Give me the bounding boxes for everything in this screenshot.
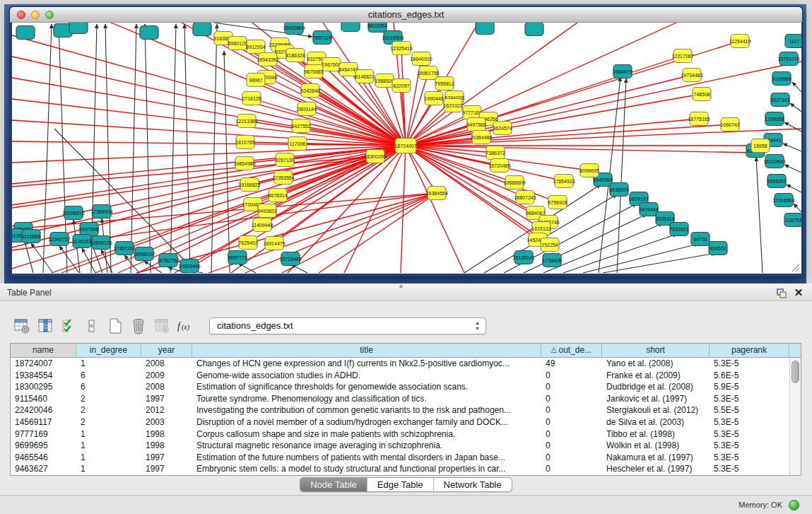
yellow-node[interactable]: 1588520	[375, 74, 394, 88]
cell-in-degree[interactable]: 2	[76, 416, 141, 428]
yellow-node[interactable]: 8960128	[228, 37, 247, 50]
teal-node[interactable]: 8938924	[609, 183, 628, 197]
cell-title[interactable]: Investigating the contribution of common…	[192, 404, 541, 416]
teal-node[interactable]: 15716485	[279, 252, 301, 266]
cell-in-degree[interactable]: 1	[76, 428, 141, 440]
yellow-node[interactable]: 2803144	[297, 103, 316, 116]
cell-short[interactable]: Dudbridge et al. (2008)	[602, 381, 710, 393]
cell-year[interactable]: 1997	[141, 393, 192, 405]
yellow-node[interactable]: 9267130	[275, 153, 294, 167]
teal-node[interactable]: 1117	[785, 35, 801, 48]
teal-node[interactable]: 7632621	[669, 223, 688, 236]
cell-in-degree[interactable]: 2	[76, 404, 141, 416]
trash-button[interactable]	[129, 317, 148, 335]
network-window[interactable]: citations_edges.txt 20206576173599341350…	[9, 6, 803, 277]
yellow-node[interactable]: 16914479	[263, 237, 285, 250]
cell-year[interactable]: 1998	[141, 440, 192, 452]
cell-title[interactable]: Estimation of the future numbers of pati…	[192, 452, 541, 464]
teal-node[interactable]: 9129966	[772, 72, 791, 86]
cell-title[interactable]: Structural magnetic resonance image aver…	[192, 440, 541, 452]
column-header-pagerank[interactable]: pagerank	[710, 344, 789, 357]
tab-node-table[interactable]: Node Table	[300, 478, 367, 491]
cell-pagerank[interactable]: 5.3E-5	[710, 463, 789, 475]
yellow-node[interactable]: 18300295	[364, 150, 386, 163]
teal-node[interactable]: 1733426	[542, 254, 561, 267]
table-disabled-button[interactable]	[153, 317, 171, 335]
cell-short[interactable]: Tibbo et al. (1998)	[602, 428, 710, 440]
yellow-node[interactable]: 1990448	[424, 92, 443, 105]
teal-node[interactable]: 1145193	[73, 235, 92, 248]
cell-out-de-[interactable]: 49	[541, 358, 602, 370]
cell-short[interactable]: Nakamura et al. (1997)	[602, 452, 710, 464]
cell-name[interactable]: 14569117	[11, 416, 76, 428]
teal-node[interactable]: 1115686	[22, 230, 40, 243]
yellow-node[interactable]: 15720485	[488, 159, 510, 173]
cell-name[interactable]: 18300295	[11, 381, 76, 393]
cell-year[interactable]: 1997	[141, 463, 192, 475]
teal-node[interactable]: 15751074	[777, 52, 799, 66]
cell-pagerank[interactable]: 5.3E-5	[710, 452, 789, 464]
cell-short[interactable]: Stergiakouli et al. (2012)	[602, 404, 710, 416]
yellow-node[interactable]: 15958	[751, 139, 770, 153]
cell-year[interactable]: 2003	[141, 416, 192, 428]
network-canvas[interactable]: 2020657617359934135051391591115686123427…	[12, 23, 801, 274]
yellow-node[interactable]: 748508	[693, 88, 711, 101]
teal-node[interactable]: 1664879	[613, 65, 632, 78]
table-row[interactable]: 1830029562008Estimation of significance …	[11, 381, 789, 393]
teal-node[interactable]: 8813054	[367, 23, 387, 33]
yellow-node[interactable]: 12217087	[671, 49, 693, 63]
teal-node[interactable]: 16782759	[157, 254, 179, 267]
cell-name[interactable]: 22420046	[11, 404, 76, 416]
cell-name[interactable]: 9777169	[11, 428, 76, 440]
teal-node[interactable]: 7857224	[312, 31, 331, 45]
column-header-out-de-[interactable]: △out_de...	[541, 344, 602, 357]
function-button[interactable]: f(x)	[176, 317, 194, 335]
stacked-cells-button[interactable]	[83, 317, 101, 335]
cell-out-de-[interactable]: 0	[541, 452, 602, 464]
yellow-node[interactable]: 1060742	[720, 118, 739, 132]
yellow-node[interactable]: 10688609	[503, 176, 525, 189]
table-row[interactable]: 969969511998Structural magnetic resonanc…	[11, 440, 789, 452]
column-header-name[interactable]: name	[11, 344, 76, 357]
cell-title[interactable]: Changes of HCN gene expression and I(f) …	[192, 358, 541, 370]
table-row[interactable]: 946554611997Estimation of the future num…	[11, 452, 789, 464]
teal-node[interactable]: 1593297	[767, 175, 786, 188]
network-window-titlebar[interactable]: citations_edges.txt	[10, 7, 802, 23]
teal-node[interactable]	[69, 23, 88, 34]
cell-out-de-[interactable]: 0	[541, 428, 602, 440]
yellow-node[interactable]: 18807243	[514, 191, 536, 204]
teal-node[interactable]	[140, 26, 158, 40]
cell-in-degree[interactable]: 1	[76, 358, 141, 370]
table-gear-button[interactable]	[13, 317, 31, 335]
cell-short[interactable]: Jankovic et al. (1997)	[602, 393, 710, 405]
yellow-node[interactable]: 7955812	[435, 77, 454, 90]
table-row[interactable]: 1872400712008Changes of HCN gene express…	[11, 358, 789, 370]
yellow-node[interactable]: 18775165	[688, 112, 710, 126]
cell-pagerank[interactable]: 5.5E-5	[710, 404, 789, 416]
cell-out-de-[interactable]: 0	[541, 440, 602, 452]
yellow-node[interactable]: 7625402	[238, 236, 257, 250]
cell-title[interactable]: Genome-wide association studies in ADHD.	[192, 370, 541, 382]
cell-name[interactable]: 9465546	[11, 452, 76, 464]
yellow-node[interactable]: 8912934	[246, 40, 265, 54]
yellow-node[interactable]: 11409948	[252, 218, 273, 232]
cell-title[interactable]: Estimation of significance thresholds fo…	[192, 381, 541, 393]
teal-node[interactable]: 1209358	[765, 112, 784, 126]
yellow-node[interactable]: 822057	[392, 79, 411, 93]
cell-year[interactable]: 1997	[141, 452, 192, 464]
yellow-node[interactable]: 3624574	[493, 122, 512, 135]
cell-out-de-[interactable]: 0	[541, 381, 602, 393]
cell-in-degree[interactable]: 1	[76, 463, 141, 475]
teal-node[interactable]: 17359934	[90, 205, 112, 218]
yellow-node[interactable]: 7386372	[486, 146, 505, 160]
cell-in-degree[interactable]: 1	[76, 452, 141, 464]
cell-year[interactable]: 2008	[141, 381, 192, 393]
teal-node[interactable]	[16, 26, 35, 40]
teal-node[interactable]: 9227343	[770, 93, 789, 107]
yellow-node[interactable]: 12213389	[235, 115, 257, 128]
yellow-node[interactable]: 19854985	[233, 157, 255, 170]
cell-pagerank[interactable]: 5.3E-5	[710, 393, 789, 405]
cell-title[interactable]: Tourette syndrome. Phenomenology and cla…	[192, 393, 541, 405]
yellow-node[interactable]: 19384554	[425, 187, 447, 200]
yellow-node[interactable]: 12353554	[272, 171, 294, 185]
